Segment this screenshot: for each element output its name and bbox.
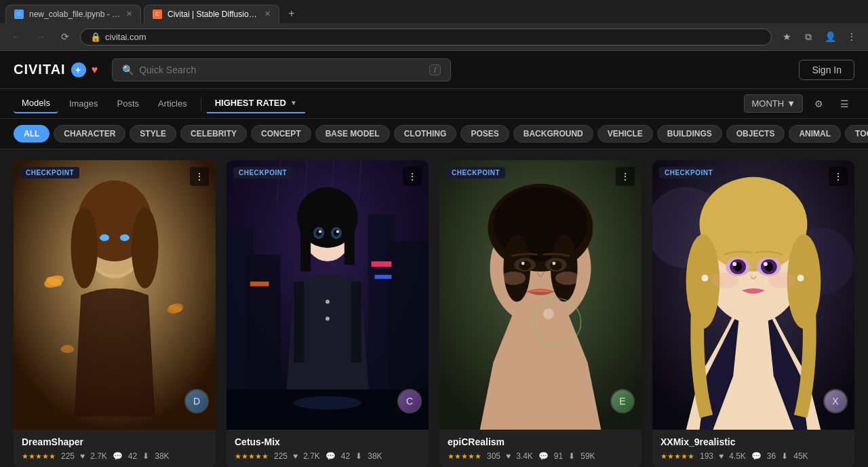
svg-point-75 — [702, 275, 709, 282]
likes-count-1: 2.7K — [90, 451, 107, 461]
new-tab-button[interactable]: + — [282, 4, 301, 23]
address-bar-row: ← → ⟳ 🔒 civitai.com ★ ⧉ 👤 ⋮ — [0, 23, 868, 50]
comments-icon-1: 💬 — [113, 451, 123, 461]
svg-rect-28 — [300, 217, 311, 271]
layout-icon[interactable]: ☰ — [834, 94, 854, 114]
card-stats-2: ★★★★★ 225 ♥ 2.7K 💬 42 ⬇ 38K — [235, 451, 420, 461]
card-stats-1: ★★★★★ 225 ♥ 2.7K 💬 42 ⬇ 38K — [22, 451, 208, 461]
tab-civitai-close[interactable]: ✕ — [264, 10, 271, 18]
card-title-4: XXMix_9realistic — [660, 436, 846, 447]
model-grid: CHECKPOINT ⋮ D DreamShaper ★★★★★ 225 ♥ 2… — [0, 149, 868, 467]
svg-point-57 — [501, 272, 526, 285]
svg-point-56 — [543, 309, 554, 320]
filter-chip-character[interactable]: CHARACTER — [54, 125, 125, 143]
svg-point-52 — [521, 261, 525, 265]
logo-plus-icon[interactable]: + — [71, 62, 86, 77]
card-menu-4[interactable]: ⋮ — [829, 167, 848, 186]
profile-icon[interactable]: 👤 — [821, 27, 840, 46]
filter-chip-background[interactable]: BACKGROUND — [513, 125, 593, 143]
svg-point-51 — [550, 261, 562, 270]
downloads-icon-2: ⬇ — [355, 451, 362, 461]
svg-point-41 — [294, 396, 361, 410]
card-info-2: Cetus-Mix ★★★★★ 225 ♥ 2.7K 💬 42 ⬇ 38K — [226, 430, 429, 467]
model-image-3 — [439, 160, 642, 430]
downloads-count-1: 38K — [155, 451, 169, 461]
comments-icon-4: 💬 — [751, 451, 762, 461]
svg-rect-21 — [250, 282, 269, 286]
filter-chip-tool[interactable]: TOOL — [845, 125, 868, 143]
nav-divider — [201, 97, 201, 111]
svg-rect-29 — [344, 217, 355, 265]
filter-chip-all[interactable]: ALL — [14, 125, 50, 143]
card-menu-1[interactable]: ⋮ — [190, 167, 209, 186]
secondary-nav: Models Images Posts Articles HIGHEST RAT… — [0, 89, 868, 119]
refresh-button[interactable]: ⟳ — [56, 27, 75, 46]
filter-chip-style[interactable]: STYLE — [130, 125, 176, 143]
filter-chip-poses[interactable]: POSES — [460, 125, 509, 143]
search-icon: 🔍 — [122, 64, 134, 75]
card-title-3: epiCRealism — [448, 436, 633, 447]
downloads-icon-1: ⬇ — [142, 451, 149, 461]
svg-point-12 — [120, 234, 130, 241]
nav-articles[interactable]: Articles — [150, 94, 195, 113]
tab-civitai-label: Civitai | Stable Diffusion models... — [167, 10, 259, 19]
comments-count-2: 42 — [341, 451, 350, 461]
svg-point-34 — [319, 230, 321, 233]
model-image-2 — [226, 160, 429, 430]
model-card-dreamshaper[interactable]: CHECKPOINT ⋮ D DreamShaper ★★★★★ 225 ♥ 2… — [14, 160, 216, 467]
filter-icon[interactable]: ⚙ — [808, 94, 829, 114]
menu-icon[interactable]: ⋮ — [842, 27, 861, 46]
filter-chip-base-model[interactable]: BASE MODEL — [315, 125, 390, 143]
search-bar[interactable]: 🔍 / — [112, 58, 451, 81]
svg-point-53 — [552, 261, 555, 265]
card-info-3: epiCRealism ★★★★★ 305 ♥ 3.4K 💬 91 ⬇ 59K — [439, 430, 642, 467]
filter-chip-animal[interactable]: ANIMAL — [789, 125, 841, 143]
sign-in-button[interactable]: Sign In — [799, 60, 854, 80]
likes-icon-2: ♥ — [293, 451, 298, 461]
address-bar[interactable]: 🔒 civitai.com — [80, 29, 772, 45]
extensions-icon[interactable]: ⧉ — [799, 27, 818, 46]
highest-rated-dropdown[interactable]: HIGHEST RATED ▼ — [207, 94, 305, 113]
tab-colab-label: new_colab_file.ipynb - Colabora... — [29, 10, 121, 19]
downloads-count-2: 38K — [368, 451, 382, 461]
downloads-count-3: 59K — [580, 451, 595, 461]
svg-rect-19 — [372, 261, 392, 267]
nav-posts[interactable]: Posts — [109, 94, 148, 113]
tab-civitai[interactable]: C Civitai | Stable Diffusion models... ✕ — [144, 5, 279, 23]
model-card-xxmix[interactable]: CHECKPOINT ⋮ X XXMix_9realistic ★★★★★ 19… — [652, 160, 854, 467]
nav-images[interactable]: Images — [61, 94, 106, 113]
svg-point-58 — [555, 272, 580, 285]
logo-text: CIVITAI — [14, 62, 66, 77]
filter-chip-vehicle[interactable]: VEHICLE — [597, 125, 653, 143]
rating-count-1: 225 — [61, 451, 75, 461]
lock-icon: 🔒 — [90, 32, 101, 42]
model-card-epicrealism[interactable]: CHECKPOINT ⋮ E epiCRealism ★★★★★ 305 ♥ 3… — [439, 160, 642, 467]
filter-chip-celebrity[interactable]: CELEBRITY — [180, 125, 247, 143]
checkpoint-badge-4: CHECKPOINT — [659, 167, 718, 179]
model-card-cetus-mix[interactable]: CHECKPOINT ⋮ C Cetus-Mix ★★★★★ 225 ♥ 2.7… — [226, 160, 429, 467]
rating-count-2: 225 — [274, 451, 288, 461]
filter-chip-clothing[interactable]: CLOTHING — [394, 125, 457, 143]
period-dropdown[interactable]: MONTH ▼ — [744, 94, 803, 113]
card-menu-2[interactable]: ⋮ — [403, 167, 422, 186]
likes-count-2: 2.7K — [303, 451, 320, 461]
svg-point-77 — [768, 272, 795, 288]
bookmark-star-icon[interactable]: ★ — [777, 27, 796, 46]
logo[interactable]: CIVITAI + ♥ — [14, 62, 98, 77]
tab-colab-close[interactable]: ✕ — [126, 10, 132, 18]
forward-button[interactable]: → — [31, 27, 50, 46]
filter-chip-concept[interactable]: CONCEPT — [251, 125, 311, 143]
svg-point-5 — [132, 208, 159, 288]
svg-point-76 — [711, 272, 738, 288]
comments-count-4: 36 — [767, 451, 776, 461]
back-button[interactable]: ← — [7, 27, 26, 46]
card-menu-3[interactable]: ⋮ — [616, 167, 635, 186]
filter-chip-buildings[interactable]: BUILDINGS — [657, 125, 722, 143]
search-input[interactable] — [139, 64, 424, 75]
tab-colab[interactable]: C new_colab_file.ipynb - Colabora... ✕ — [5, 5, 141, 23]
svg-point-35 — [336, 230, 339, 233]
nav-models[interactable]: Models — [14, 94, 58, 113]
tab-bar: C new_colab_file.ipynb - Colabora... ✕ C… — [0, 0, 868, 23]
filter-bar: ALL CHARACTER STYLE CELEBRITY CONCEPT BA… — [0, 119, 868, 149]
filter-chip-objects[interactable]: OBJECTS — [726, 125, 785, 143]
